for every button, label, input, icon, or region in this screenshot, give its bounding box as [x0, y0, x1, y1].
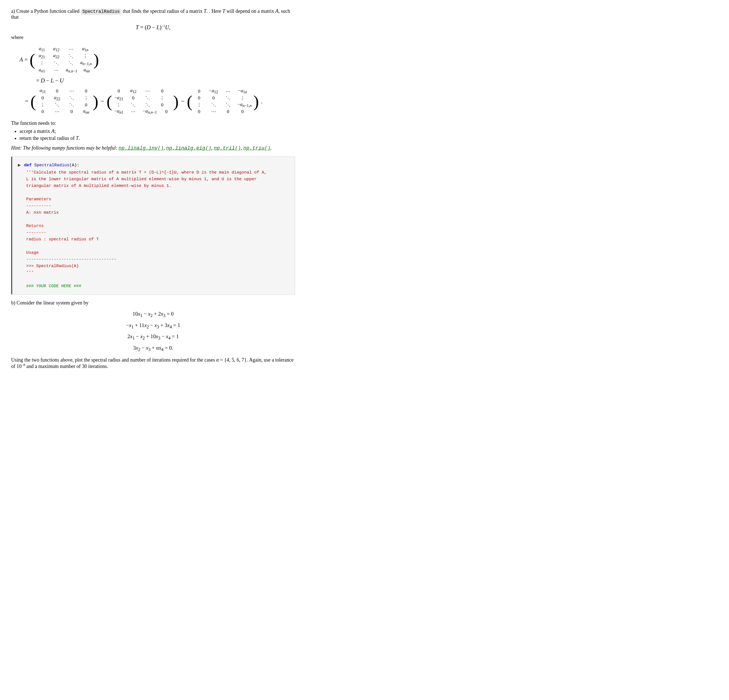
D-0-6: 0 — [67, 109, 77, 115]
L-cdots2: ⋯ — [128, 109, 138, 115]
req-1: accept a matrix A; — [19, 128, 295, 134]
U-0-4: 0 — [194, 109, 204, 115]
matrix-a-wrap: ( a11 a12 ⋯ a1n a21 a22 ⋱ ⋮ — [29, 45, 99, 75]
part-b-intro: b) Consider the linear system given by — [11, 300, 295, 306]
L-row-1: 0 a12 ⋯ 0 — [114, 88, 171, 94]
L-na21: −a21 — [114, 95, 124, 101]
U-ddots: ⋱ — [223, 95, 233, 101]
cell-a11: a11 — [37, 46, 47, 52]
D-0-1: 0 — [52, 88, 62, 94]
U-vdots: ⋮ — [237, 95, 247, 101]
usage-dots: ''' — [26, 270, 289, 277]
U-ddots3: ⋱ — [223, 102, 233, 108]
D-left-paren: ( — [30, 87, 36, 116]
left-paren-a: ( — [29, 45, 35, 75]
cell-cdots-4: ⋯ — [51, 67, 61, 73]
cell-vdots-3: ⋮ — [37, 60, 47, 66]
returns-label: Returns — [26, 223, 289, 230]
hint-link-tril[interactable]: np.tril() — [214, 146, 241, 151]
hint-link-triu[interactable]: np.triu() — [243, 146, 270, 151]
docstring-line-2: L is the lower triangular matrix of A mu… — [26, 176, 289, 183]
L-nan1: −an1 — [114, 108, 124, 115]
run-icon: ▶ — [18, 161, 21, 169]
code-line-def: def SpectralRadius(A): — [24, 162, 79, 169]
U-right-paren: ) — [253, 87, 259, 116]
param-a: A: nxn matrix — [26, 210, 289, 216]
cell-ann: ann — [82, 67, 92, 74]
U-row-3: ⋮ ⋱ ⋱ −an−1,n — [194, 102, 252, 108]
fn-name: SpectralRadius — [34, 163, 69, 168]
L-ddots: ⋱ — [143, 95, 153, 101]
L-row-2: −a21 0 ⋱ ⋮ — [114, 95, 171, 101]
U-na12: −a12 — [209, 88, 218, 95]
L-right-paren: ) — [173, 87, 179, 116]
cell-an1: an1 — [37, 67, 47, 74]
L-vdots2: ⋮ — [114, 102, 124, 108]
where-label: where — [11, 35, 295, 41]
matrix-row-4: an1 ⋯ an,n−1 ann — [37, 67, 91, 74]
D-row-3: ⋮ ⋱ ⋱ 0 — [38, 102, 91, 108]
U-row-4: 0 ⋯ 0 0 — [194, 109, 252, 115]
U-left-paren: ( — [187, 87, 192, 116]
U-ddots2: ⋱ — [209, 102, 218, 108]
U-0-2: 0 — [194, 95, 204, 101]
matrix-a-eq: A = ( a11 a12 ⋯ a1n a21 a22 ⋱ ⋮ — [19, 45, 295, 75]
L-0-5: 0 — [161, 109, 171, 115]
U-na1n: −a1n — [237, 88, 247, 95]
eq-4: 3x2 − x3 + αx4 = 0. — [11, 343, 295, 354]
L-0-4: 0 — [157, 102, 167, 108]
cell-a22: a22 — [51, 53, 61, 59]
part-b-section: b) Consider the linear system given by 1… — [11, 300, 295, 370]
L-a12: a12 — [128, 88, 138, 94]
U-row-2: 0 0 ⋱ ⋮ — [194, 95, 252, 101]
cell-a1n: a1n — [80, 46, 90, 52]
function-needs-label: The function needs to: — [11, 120, 295, 126]
U-0-6: 0 — [237, 109, 247, 115]
D-row-2: 0 a22 ⋱ ⋮ — [38, 95, 91, 101]
right-paren-a: ) — [93, 45, 99, 75]
L-0-1: 0 — [114, 88, 124, 94]
L-0-3: 0 — [128, 95, 138, 101]
D-body: a11 0 ⋯ 0 0 a22 ⋱ ⋮ ⋮ ⋱ ⋱ — [36, 87, 93, 116]
cell-ddots-2: ⋱ — [66, 53, 76, 59]
D-ddots3: ⋱ — [67, 102, 77, 108]
function-name-inline: SpectralRadius — [81, 9, 121, 15]
requirements-list: accept a matrix A; return the spectral r… — [19, 128, 295, 141]
cell-a21: a21 — [37, 53, 47, 59]
D-cdots: ⋯ — [67, 88, 77, 94]
def-keyword: def — [24, 163, 34, 168]
hint-link-inv[interactable]: np.linalg.inv() — [119, 146, 164, 151]
L-vdots: ⋮ — [157, 95, 167, 101]
U-body: 0 −a12 ⋯ −a1n 0 0 ⋱ ⋮ ⋮ ⋱ ⋱ — [192, 87, 253, 116]
eq-1: 10x1 − x2 + 2x3 = 0 — [11, 309, 295, 320]
D-matrix: ( a11 0 ⋯ 0 0 a22 ⋱ ⋮ ⋮ — [30, 87, 98, 116]
code-block: ▶ def SpectralRadius(A): '''Calculate th… — [11, 157, 295, 294]
docstring: '''Calculate the spectral radius of a ma… — [26, 169, 289, 189]
hint-link-eig[interactable]: np.linalg.eig() — [166, 146, 211, 151]
D-0-4: 0 — [81, 102, 91, 108]
code-body: '''Calculate the spectral radius of a ma… — [26, 169, 289, 290]
linear-system: 10x1 − x2 + 2x3 = 0 −x1 + 11x2 − x3 + 3x… — [11, 309, 295, 354]
cell-dots-1: ⋯ — [66, 46, 76, 52]
matrix-row-3: ⋮ ⋱ ⋱ an−1,n — [37, 60, 91, 66]
D-row-1: a11 0 ⋯ 0 — [38, 88, 91, 94]
req-2: return the spectral radius of T. — [19, 135, 295, 141]
L-body: 0 a12 ⋯ 0 −a21 0 ⋱ ⋮ ⋮ ⋱ ⋱ — [112, 87, 173, 116]
D-vdots: ⋮ — [81, 95, 91, 101]
cell-ddots-3b: ⋱ — [66, 60, 76, 66]
D-a22: a22 — [52, 95, 62, 101]
L-0-2: 0 — [157, 88, 167, 94]
U-matrix: ( 0 −a12 ⋯ −a1n 0 0 ⋱ ⋮ ⋮ — [187, 87, 259, 116]
decomp-matrices: = ( a11 0 ⋯ 0 0 a22 ⋱ ⋮ — [25, 87, 295, 116]
hint-paragraph: Hint: The following numpy functions may … — [11, 145, 295, 151]
matrix-row-2: a21 a22 ⋱ ⋮ — [37, 53, 91, 59]
a-eq-label: A = — [19, 57, 28, 63]
L-matrix: ( 0 a12 ⋯ 0 −a21 0 ⋱ ⋮ ⋮ — [107, 87, 179, 116]
minus-sign-2: − — [181, 98, 185, 105]
D-0-5: 0 — [38, 109, 48, 115]
D-row-4: 0 ⋯ 0 ann — [38, 108, 91, 115]
L-ddots2: ⋱ — [128, 102, 138, 108]
cell-ddots-3: ⋱ — [51, 60, 61, 66]
equals-sign: = — [25, 98, 28, 105]
docstring-line-3: triangular matrix of A multiplied elemen… — [26, 183, 289, 189]
